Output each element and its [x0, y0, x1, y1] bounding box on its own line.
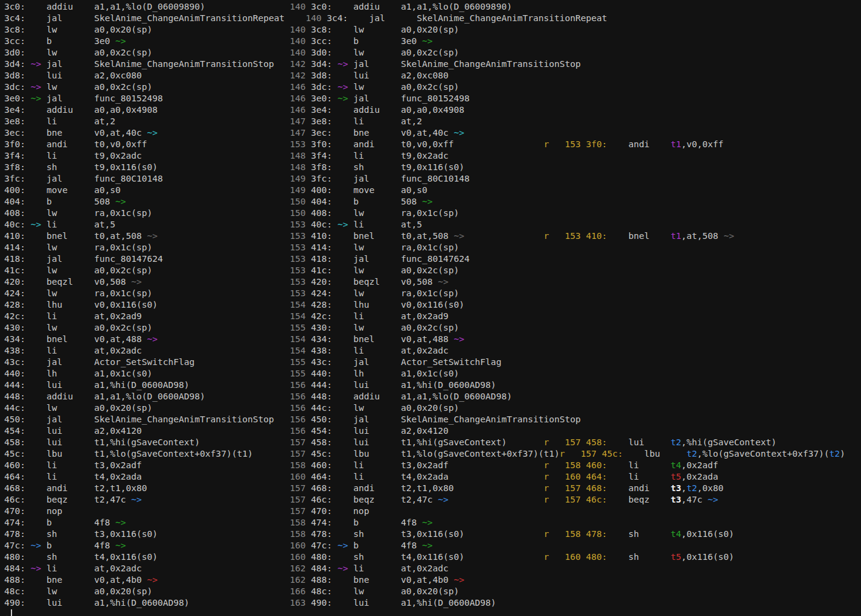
- operands: t1: [671, 230, 682, 241]
- mnemonic: lui: [46, 70, 62, 80]
- line-number: 155: [290, 357, 306, 367]
- address: 438:: [4, 345, 25, 355]
- address: 46c:: [586, 494, 607, 504]
- asm-row: 434: bnel v0,at,488 ~> 154 434: bnel v0,…: [4, 333, 861, 345]
- operands: t0,v0,0xff: [94, 139, 147, 149]
- operands: ,0x2adf: [681, 460, 718, 470]
- operands: v0,508: [401, 276, 438, 287]
- operands: at,0x2ad9: [401, 311, 449, 321]
- address: 428:: [311, 299, 332, 310]
- mnemonic: jal: [353, 59, 369, 69]
- mnemonic: sh: [353, 551, 364, 562]
- operands: ra,0x1c(sp): [401, 208, 459, 218]
- mnemonic: addiu: [353, 391, 380, 401]
- asm-row: 444: lui a1,%hi(D_0600AD98) 156 444: lui…: [4, 379, 861, 390]
- asm-row: 474: b 4f8 ~> 158 474: b 4f8 ~>: [4, 516, 861, 528]
- operands: t1,%lo(gSaveContext+0xf37)(t1): [94, 448, 253, 459]
- address: 450:: [4, 414, 25, 424]
- mnemonic: nop: [46, 506, 62, 516]
- operands: ,%lo(gSaveContext+0xf37)(: [697, 448, 830, 459]
- mnemonic: lh: [353, 368, 364, 378]
- address: 468:: [586, 483, 607, 493]
- address: 44c:: [4, 402, 25, 413]
- line-number: 150: [290, 196, 306, 206]
- address: 434:: [311, 334, 332, 344]
- operands: 4f8: [401, 517, 422, 527]
- asm-row: 3f8: sh t9,0x116(s0) 148 3f8: sh t9,0x11…: [4, 161, 861, 173]
- mnemonic: jal: [353, 173, 369, 183]
- asm-row: 3dc: ~> lw a0,0x2c(sp) 146 3dc: ~> lw a0…: [4, 81, 861, 92]
- address: 430:: [311, 322, 332, 332]
- address: 444:: [4, 379, 25, 390]
- diff-marker: r: [543, 483, 549, 493]
- mnemonic: lw: [46, 402, 57, 413]
- mnemonic: lbu: [46, 448, 62, 459]
- line-number: 158: [290, 517, 306, 527]
- mnemonic: jal: [353, 93, 369, 103]
- mnemonic: andi: [629, 139, 650, 149]
- operands: a1,0x1c(s0): [401, 368, 459, 378]
- address: 400:: [311, 185, 332, 195]
- mnemonic: beqzl: [353, 276, 380, 287]
- branch-arrow: ~>: [422, 540, 433, 550]
- asm-row: 3e4: addiu a0,a0,0x4908 146 3e4: addiu a…: [4, 104, 861, 115]
- branch-arrow: ~>: [338, 563, 348, 573]
- terminal-screen[interactable]: 3c0: addiu a1,a1,%lo(D_06009890) 140 3c0…: [0, 0, 861, 616]
- operands: a2,0xc080: [94, 70, 142, 80]
- address: 42c:: [311, 311, 332, 321]
- mnemonic: lw: [46, 265, 57, 275]
- address: 454:: [4, 425, 25, 436]
- address: 440:: [311, 368, 332, 378]
- operands: a0,0x2c(sp): [94, 81, 152, 92]
- branch-arrow: ~>: [147, 334, 158, 344]
- address: 470:: [4, 506, 25, 516]
- address: 43c:: [4, 357, 25, 367]
- address: 3c0:: [311, 1, 332, 11]
- operands: SkelAnime_ChangeAnimTransitionStop: [401, 414, 581, 424]
- mnemonic: lw: [46, 242, 57, 252]
- line-number: 140: [290, 24, 306, 34]
- mnemonic: li: [353, 345, 364, 355]
- asm-row: 3d4: ~> jal SkelAnime_ChangeAnimTransiti…: [4, 58, 861, 69]
- mnemonic: lw: [353, 265, 364, 275]
- mnemonic: beqz: [46, 494, 68, 504]
- mnemonic: li: [353, 471, 364, 481]
- mnemonic: lw: [353, 208, 364, 218]
- operands: ,v0,0xff: [681, 139, 723, 149]
- line-number: 154: [290, 334, 306, 344]
- address: 484:: [311, 563, 332, 573]
- asm-row: 490: lui a1,%hi(D_0600AD98) 163 490: lui…: [4, 597, 861, 608]
- mnemonic: sh: [353, 162, 364, 172]
- operands: a0,0x20(sp): [401, 402, 459, 413]
- text-cursor: [11, 609, 12, 616]
- line-number: 154: [290, 299, 306, 310]
- operands: a0,0x20(sp): [94, 402, 152, 413]
- mnemonic: lw: [353, 24, 364, 34]
- asm-row: 438: li at,0x2adc 154 438: li at,0x2adc: [4, 345, 861, 356]
- asm-row: 48c: lw a0,0x20(sp) 166 48c: lw a0,0x20(…: [4, 585, 861, 597]
- line-number: 140: [290, 47, 306, 57]
- branch-arrow: ~>: [454, 574, 465, 585]
- operands: func_80147624: [401, 253, 470, 264]
- mnemonic: andi: [353, 139, 374, 149]
- address: 47c:: [311, 540, 332, 550]
- operands: a1,a1,%lo(D_06009890): [94, 1, 205, 11]
- mnemonic: jal: [46, 13, 62, 23]
- operands: 3e0: [401, 36, 422, 46]
- operands: t9,0x2adc: [401, 150, 449, 160]
- operands: ra,0x1c(sp): [94, 288, 152, 298]
- branch-arrow: ~>: [723, 230, 734, 241]
- mnemonic: jal: [353, 253, 369, 264]
- mnemonic: jal: [46, 357, 62, 367]
- branch-arrow: ~>: [422, 517, 433, 527]
- operands: t2,t1,0x80: [401, 483, 454, 493]
- mnemonic: bnel: [353, 334, 374, 344]
- prompt-dot: .: [4, 609, 10, 616]
- branch-arrow: ~>: [131, 494, 142, 504]
- asm-row: 460: li t3,0x2adf 158 460: li t3,0x2adf …: [4, 459, 861, 471]
- address: 3f4:: [4, 150, 25, 160]
- address: 3d8:: [4, 70, 25, 80]
- operands: t4,0x116(s0): [401, 551, 464, 562]
- mnemonic: jal: [369, 13, 385, 23]
- operands: ra,0x1c(sp): [401, 242, 459, 252]
